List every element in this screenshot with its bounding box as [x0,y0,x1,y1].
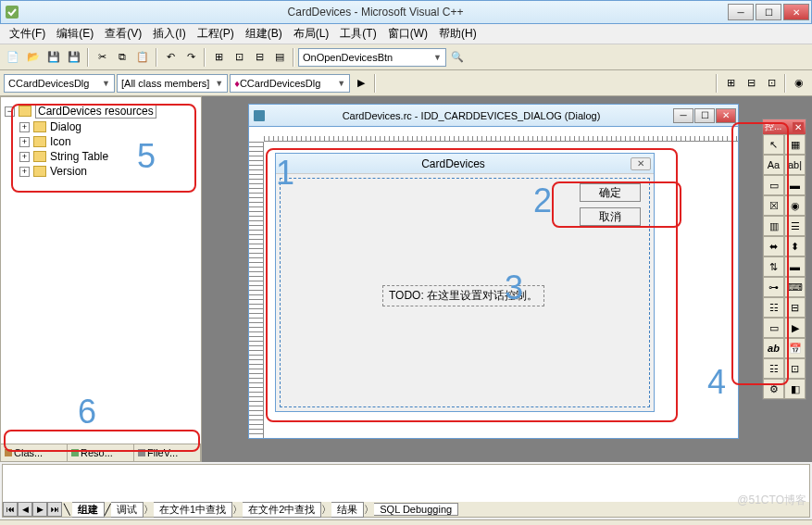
hscroll-tool-icon[interactable]: ⬌ [763,236,784,256]
expand-icon[interactable]: + [19,137,30,147]
cut-icon[interactable]: ✂ [93,48,111,67]
save-icon[interactable]: 💾 [44,48,63,67]
tab-tool-icon[interactable]: ▭ [763,318,784,338]
button-tool-icon[interactable]: ▬ [784,175,806,195]
output-tab-debug[interactable]: 调试 [111,502,144,518]
scroll-first-icon[interactable]: ⏮ [3,502,18,517]
output-tab-find1[interactable]: 在文件1中查找 [154,502,232,518]
tab-resourceview[interactable]: Reso... [68,444,134,461]
window-list-icon[interactable]: ⊡ [230,48,248,67]
datetime-tool-icon[interactable]: 📅 [784,338,806,358]
close-button[interactable]: ✕ [783,4,809,20]
open-file-icon[interactable]: 📂 [24,48,43,67]
vscroll-tool-icon[interactable]: ⬍ [784,236,806,256]
tree-root[interactable]: − CardDevices resources [5,103,197,119]
tree-item-dialog[interactable]: + Dialog [19,119,197,134]
list-tool-icon[interactable]: ☷ [763,297,784,318]
menu-layout[interactable]: 布局(L) [288,24,335,44]
menu-file[interactable]: 文件(F) [4,24,51,44]
spin-tool-icon[interactable]: ⇅ [763,256,784,277]
menu-project[interactable]: 工程(P) [192,24,240,44]
ip-tool-icon[interactable]: ⊡ [784,358,806,379]
checkbox-tool-icon[interactable]: ☒ [763,195,784,216]
scroll-prev-icon[interactable]: ◀ [18,502,32,517]
combo-tool-icon[interactable]: ▥ [763,216,784,236]
month-tool-icon[interactable]: ☷ [763,358,784,379]
radio-tool-icon[interactable]: ◉ [784,195,806,216]
output-tab-build[interactable]: 组建 [72,502,105,518]
copy-icon[interactable]: ⧉ [113,48,131,67]
toolbox-titlebar[interactable]: 控... ✕ [763,119,806,134]
toolbox-close-icon[interactable]: ✕ [793,122,804,132]
scroll-last-icon[interactable]: ⏭ [47,502,62,517]
tree-item-icon[interactable]: + Icon [19,134,197,149]
design-surface[interactable]: CardDevices ✕ 确定 取消 TODO: 在这里设置对话控制。 [249,142,738,438]
tile-icon[interactable]: ⊟ [250,48,269,67]
collapse-icon[interactable]: − [5,106,15,117]
expand-icon[interactable]: + [19,167,30,177]
child-close-button[interactable]: ✕ [716,108,736,123]
child-window-title: CardDevices.rc - IDD_CARDDEVICES_DIALOG … [269,110,673,121]
menu-view[interactable]: 查看(V) [99,24,147,44]
child-maximize-button[interactable]: ☐ [694,108,715,123]
class-combo[interactable]: CCardDevicesDlg ▼ [4,74,115,93]
dialog-preview[interactable]: CardDevices ✕ 确定 取消 TODO: 在这里设置对话控制。 [275,153,655,412]
tree-item-string-table[interactable]: + String Table [19,149,197,164]
progress-tool-icon[interactable]: ▬ [784,256,806,277]
expand-icon[interactable]: + [19,122,30,132]
paste-icon[interactable]: 📋 [133,48,152,67]
controls-toolbox[interactable]: 控... ✕ ↖ ▦ Aa ab| ▭ ▬ ☒ ◉ ▥ ☰ ⬌ ⬍ ⇅ ▬ ⊶ … [762,119,806,400]
richedit-tool-icon[interactable]: ab [763,338,784,358]
test-dialog-icon[interactable]: ◉ [790,74,808,93]
redo-icon[interactable]: ↷ [181,48,200,67]
layout-tool-1-icon[interactable]: ⊞ [721,74,740,93]
custom-tool-icon[interactable]: ⚙ [763,379,784,399]
group-box-tool-icon[interactable]: ▭ [763,175,784,195]
menu-window[interactable]: 窗口(W) [382,24,433,44]
filter-combo[interactable]: [All class members] ▼ [117,74,228,93]
pointer-tool-icon[interactable]: ↖ [763,134,784,155]
tab-classview[interactable]: Clas... [1,444,68,461]
tree-tool-icon[interactable]: ⊟ [784,297,806,318]
edit-box-tool-icon[interactable]: ab| [784,155,806,175]
menu-edit[interactable]: 编辑(E) [51,24,99,44]
member-combo[interactable]: ♦ CCardDevicesDlg ▼ [230,74,350,93]
cancel-button[interactable]: 取消 [580,207,641,226]
function-combo[interactable]: OnOpenDevicesBtn ▼ [298,48,446,67]
ok-button[interactable]: 确定 [580,183,641,202]
save-all-icon[interactable]: 💾 [65,48,83,67]
toolbox-title-text: 控... [765,120,781,133]
output-tab-sql[interactable]: SQL Debugging [374,503,458,516]
menu-help[interactable]: 帮助(H) [433,24,482,44]
undo-icon[interactable]: ↶ [161,48,180,67]
scroll-next-icon[interactable]: ▶ [32,502,47,517]
layout-tool-2-icon[interactable]: ⊟ [742,74,760,93]
layout-tool-3-icon[interactable]: ⊡ [762,74,781,93]
hotkey-tool-icon[interactable]: ⌨ [784,277,806,297]
minimize-button[interactable]: ─ [728,4,754,20]
child-minimize-button[interactable]: ─ [673,108,693,123]
menu-build[interactable]: 组建(B) [240,24,288,44]
todo-static-text[interactable]: TODO: 在这里设置对话控制。 [382,285,544,306]
menu-tools[interactable]: 工具(T) [334,24,381,44]
tree-item-version[interactable]: + Version [19,164,197,179]
maximize-button[interactable]: ☐ [756,4,781,20]
chevron-down-icon: ▼ [96,79,110,88]
new-file-icon[interactable]: 📄 [4,48,22,67]
static-text-tool-icon[interactable]: Aa [763,155,784,175]
picture-tool-icon[interactable]: ▦ [784,134,806,155]
listbox-tool-icon[interactable]: ☰ [784,216,806,236]
goto-icon[interactable]: ▶ [352,74,370,93]
animate-tool-icon[interactable]: ▶ [784,318,806,338]
extended-tool-icon[interactable]: ◧ [784,379,806,399]
output-icon[interactable]: ▤ [270,48,289,67]
expand-icon[interactable]: + [19,152,30,162]
find-icon[interactable]: 🔍 [448,48,467,67]
output-tab-find2[interactable]: 在文件2中查找 [243,502,321,518]
tab-fileview[interactable]: FileV... [134,444,201,461]
output-tab-results[interactable]: 结果 [331,502,364,518]
menu-insert[interactable]: 插入(I) [147,24,191,44]
workspace-icon[interactable]: ⊞ [209,48,228,67]
slider-tool-icon[interactable]: ⊶ [763,277,784,297]
dialog-close-icon[interactable]: ✕ [631,157,651,170]
